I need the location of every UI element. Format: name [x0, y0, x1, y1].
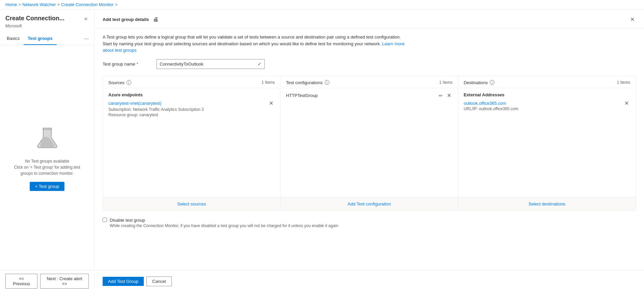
sidebar-footer: << Previous Next : Create alert >> — [0, 274, 95, 289]
sources-column: Sources i 1 Items Azure endpoints canary… — [103, 76, 280, 211]
description-text: A Test group lets you define a logical g… — [103, 34, 406, 54]
input-check-icon: ✓ — [255, 61, 264, 67]
add-test-group-button[interactable]: Add Test Group — [103, 277, 144, 286]
test-configs-header: Test configurations i 1 Items — [280, 76, 458, 88]
test-configs-item-count: 1 Items — [439, 80, 452, 85]
breadcrumb-sep-1: > — [19, 2, 21, 7]
test-configurations-column: Test configurations i 1 Items HTTPTestGr… — [280, 76, 458, 211]
sidebar-subtitle: Microsoft — [0, 24, 94, 32]
source-endpoint-row: canarytest-vnet(canarytest) Subscription… — [108, 101, 275, 117]
source-remove-button[interactable]: ✕ — [268, 101, 275, 106]
sources-footer: Select sources — [103, 197, 280, 211]
disable-test-group-checkbox[interactable] — [103, 218, 107, 222]
cancel-button[interactable]: Cancel — [146, 276, 171, 286]
sources-info-icon[interactable]: i — [127, 80, 131, 85]
required-marker: * — [136, 62, 138, 67]
test-config-edit-button[interactable]: ✏ — [437, 92, 444, 99]
source-subscription: Subscription: Network Traffic Analytics … — [108, 107, 268, 112]
panel-footer: Add Test Group Cancel — [95, 274, 644, 289]
destination-row: outlook.office365.com URL/IP: outlook.of… — [464, 101, 630, 111]
test-config-remove-button[interactable]: ✕ — [446, 93, 453, 98]
sidebar-header: Create Connection... « — [0, 9, 94, 24]
panel-title: Add test group details 🖨 — [103, 17, 158, 23]
tab-more-icon[interactable]: ··· — [81, 34, 91, 44]
breadcrumb-home[interactable]: Home — [5, 2, 17, 7]
source-endpoint-info: canarytest-vnet(canarytest) Subscription… — [108, 101, 268, 117]
panel-close-button[interactable]: ✕ — [629, 15, 636, 24]
no-groups-text: No Test groups availableClick on '+ Test… — [14, 158, 80, 176]
destination-link[interactable]: outlook.office365.com — [464, 101, 506, 106]
test-config-item: HTTPTestGroup ✏ ✕ — [286, 92, 452, 99]
test-config-actions: ✏ ✕ — [437, 92, 453, 99]
test-configs-info-icon[interactable]: i — [325, 80, 329, 85]
sources-header: Sources i 1 Items — [103, 76, 280, 88]
page-footer: << Previous Next : Create alert >> Add T… — [0, 270, 644, 292]
test-configs-label: Test configurations — [286, 80, 322, 85]
destinations-body: External Addresses outlook.office365.com… — [458, 88, 636, 197]
test-group-name-input[interactable] — [157, 59, 255, 69]
destinations-header: Destinations i 1 Items — [458, 76, 636, 88]
disable-test-group-label: Disable test group While creating the Co… — [110, 218, 338, 228]
destinations-footer: Select destinations — [458, 197, 636, 211]
sources-label: Sources — [108, 80, 125, 85]
destination-url-ip: URL/IP: outlook.office365.com — [464, 106, 623, 111]
source-endpoint-link[interactable]: canarytest-vnet(canarytest) — [108, 101, 162, 106]
sources-body: Azure endpoints canarytest-vnet(canaryte… — [103, 88, 280, 197]
breadcrumb-sep-3: > — [115, 2, 117, 7]
source-endpoint-item: canarytest-vnet(canarytest) — [108, 101, 268, 106]
destinations-section-label: External Addresses — [464, 92, 630, 97]
right-panel: Add test group details 🖨 ✕ A Test group … — [95, 9, 644, 270]
nav-tabs: Basics Test groups ··· — [0, 32, 94, 45]
destination-info: outlook.office365.com URL/IP: outlook.of… — [464, 101, 623, 111]
sidebar: Create Connection... « Microsoft Basics … — [0, 9, 95, 270]
sources-section-label: Azure endpoints — [108, 92, 275, 97]
sidebar-content: No Test groups availableClick on '+ Test… — [0, 45, 94, 270]
disable-test-group-section: Disable test group While creating the Co… — [103, 218, 636, 228]
sources-item-count: 1 Items — [262, 80, 275, 85]
breadcrumb-create-connection-monitor[interactable]: Create Connection Monitor — [61, 2, 113, 7]
destinations-info-icon[interactable]: i — [490, 80, 494, 85]
test-config-name: HTTPTestGroup — [286, 93, 318, 98]
source-resource-group: Resource group: canarytest — [108, 113, 268, 117]
test-group-name-form-row: Test group name * ✓ — [103, 59, 636, 69]
panel-header: Add test group details 🖨 ✕ — [95, 9, 644, 28]
select-sources-button[interactable]: Select sources — [177, 201, 206, 206]
test-configs-footer: Add Test configuration — [280, 197, 458, 211]
breadcrumb: Home > Network Watcher > Create Connecti… — [0, 0, 644, 9]
add-test-group-sidebar-button[interactable]: + Test group — [30, 182, 65, 191]
panel-body: A Test group lets you define a logical g… — [95, 28, 644, 270]
disable-test-group-title: Disable test group — [110, 218, 338, 223]
next-button[interactable]: Next : Create alert >> — [40, 274, 89, 289]
sidebar-title: Create Connection... — [5, 15, 83, 22]
print-icon[interactable]: 🖨 — [153, 17, 158, 23]
breadcrumb-sep-2: > — [57, 2, 60, 7]
destinations-label: Destinations — [464, 80, 488, 85]
flask-icon — [34, 125, 61, 153]
previous-button[interactable]: << Previous — [5, 274, 37, 289]
test-group-name-input-wrapper: ✓ — [157, 59, 265, 69]
test-group-name-label: Test group name * — [103, 62, 157, 67]
destination-remove-button[interactable]: ✕ — [623, 101, 630, 106]
destinations-item-count: 1 Items — [617, 80, 630, 85]
tab-basics[interactable]: Basics — [3, 32, 24, 45]
test-configs-body: HTTPTestGroup ✏ ✕ — [280, 88, 458, 197]
tab-test-groups[interactable]: Test groups — [24, 32, 56, 45]
add-test-configuration-button[interactable]: Add Test configuration — [348, 201, 391, 206]
select-destinations-button[interactable]: Select destinations — [529, 201, 565, 206]
destinations-column: Destinations i 1 Items External Addresse… — [458, 76, 636, 211]
sidebar-collapse-button[interactable]: « — [83, 15, 89, 22]
disable-test-group-description: While creating the Connection Monitor, i… — [110, 223, 338, 228]
three-columns-layout: Sources i 1 Items Azure endpoints canary… — [103, 76, 636, 211]
breadcrumb-network-watcher[interactable]: Network Watcher — [22, 2, 56, 7]
